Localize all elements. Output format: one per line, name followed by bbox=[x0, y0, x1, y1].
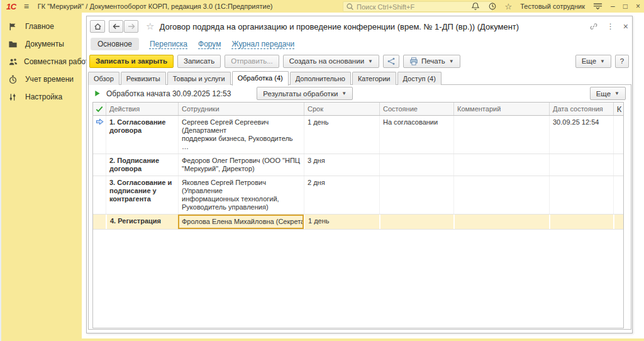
term-cell: 3 дня bbox=[304, 154, 379, 176]
tab-6[interactable]: Доступ (4) bbox=[397, 72, 441, 85]
sidebar-item-documents[interactable]: Документы bbox=[0, 35, 82, 53]
sidebar-item-label: Главное bbox=[25, 22, 54, 31]
table-row[interactable]: 2. Подписание договораФедоров Олег Петро… bbox=[93, 154, 623, 176]
column-header-0[interactable]: Действия bbox=[106, 103, 178, 115]
panel-more-button[interactable]: Еще▼ bbox=[590, 87, 626, 100]
sidebar-item-main[interactable]: Главное bbox=[0, 18, 82, 35]
topbar: 1С ≡ ГК "Меркурий" / Документооборот КОР… bbox=[0, 0, 644, 13]
column-header-3[interactable]: Состояние bbox=[379, 103, 453, 115]
tab-0[interactable]: Обзор bbox=[88, 72, 119, 85]
table-row[interactable]: 1. Согласование договораСергеев Сергей С… bbox=[93, 116, 623, 154]
printer-icon bbox=[409, 57, 418, 65]
command-bar: Записать и закрыть Записать Отправить...… bbox=[89, 54, 629, 68]
state-date-cell: 30.09.25 12:54 bbox=[549, 116, 613, 154]
nav-link-1[interactable]: Форум bbox=[198, 40, 221, 48]
state-cell: На согласовании bbox=[379, 116, 453, 154]
row-marker-cell bbox=[93, 176, 106, 214]
k-cell bbox=[613, 215, 624, 229]
column-header-4[interactable]: Комментарий bbox=[453, 103, 549, 115]
favorite-toggle-icon[interactable]: ☆ bbox=[146, 21, 154, 32]
sidebar-item-teamwork[interactable]: Совместная работа bbox=[0, 53, 82, 70]
term-cell: 2 дня bbox=[304, 176, 379, 214]
save-and-close-button[interactable]: Записать и закрыть bbox=[89, 55, 174, 68]
sidebar-item-label: Настройка bbox=[25, 92, 62, 101]
app-close-button[interactable]: × bbox=[636, 2, 640, 11]
state-date-cell bbox=[549, 215, 613, 229]
global-search-input[interactable]: Поиск Ctrl+Shift+F bbox=[343, 1, 492, 12]
search-icon bbox=[346, 3, 354, 11]
processing-panel: Обработка начата 30.09.2025 12:53 Резуль… bbox=[88, 84, 631, 330]
tab-5[interactable]: Категории bbox=[352, 72, 396, 85]
processing-status-row: Обработка начата 30.09.2025 12:53 Резуль… bbox=[89, 85, 631, 102]
minimize-button[interactable]: – bbox=[611, 2, 615, 11]
time-icon bbox=[8, 75, 19, 84]
hamburger-menu-icon[interactable]: ≡ bbox=[24, 2, 29, 11]
term-cell: 1 день bbox=[304, 116, 379, 154]
current-step-arrow-icon bbox=[93, 116, 106, 154]
document-window: ☆ Договор подряда на организацию и прове… bbox=[86, 16, 633, 333]
current-user[interactable]: Тестовый сотрудник bbox=[520, 3, 585, 10]
nav-link-2[interactable]: Журнал передачи bbox=[231, 40, 294, 48]
tab-3[interactable]: Обработка (4) bbox=[232, 71, 289, 86]
service-menu-icon[interactable] bbox=[593, 3, 602, 10]
back-button[interactable] bbox=[109, 20, 123, 33]
comment-cell bbox=[453, 154, 549, 176]
column-header-2[interactable]: Срок bbox=[304, 103, 379, 115]
create-based-on-button[interactable]: Создать на основании▼ bbox=[283, 55, 379, 68]
sidebar: ГлавноеДокументыСовместная работаУчет вр… bbox=[0, 13, 82, 341]
document-title: Договор подряда на организацию и проведе… bbox=[159, 22, 519, 31]
window-menu-kebab-icon[interactable]: ⋮ bbox=[607, 23, 614, 30]
window-close-button[interactable]: × bbox=[623, 22, 628, 31]
forward-button[interactable] bbox=[124, 20, 138, 33]
documents-icon bbox=[8, 40, 19, 49]
more-button[interactable]: Еще▼ bbox=[575, 55, 611, 68]
get-link-icon[interactable] bbox=[589, 22, 598, 31]
search-placeholder: Поиск Ctrl+Shift+F bbox=[357, 3, 414, 11]
send-button[interactable]: Отправить... bbox=[225, 55, 279, 68]
column-header-5[interactable]: Дата состояния bbox=[549, 103, 613, 115]
action-cell: 2. Подписание договора bbox=[106, 154, 178, 176]
k-cell bbox=[613, 154, 624, 176]
action-cell: 3. Согласование и подписание у контраген… bbox=[106, 176, 178, 214]
state-cell bbox=[379, 215, 453, 229]
tab-2[interactable]: Товары и услуги bbox=[167, 72, 231, 85]
sidebar-item-label: Совместная работа bbox=[24, 57, 93, 66]
state-cell bbox=[379, 154, 453, 176]
k-cell bbox=[613, 116, 624, 154]
row-marker-cell bbox=[93, 215, 106, 229]
bottom-strip bbox=[82, 338, 644, 341]
column-header-6[interactable]: К bbox=[613, 103, 624, 115]
sidebar-item-settings[interactable]: Настройка bbox=[0, 88, 82, 106]
save-button[interactable]: Записать bbox=[177, 55, 221, 68]
sidebar-item-label: Документы bbox=[25, 40, 64, 48]
tab-4[interactable]: Дополнительно bbox=[290, 72, 351, 85]
sidebar-item-time[interactable]: Учет времени bbox=[0, 70, 82, 88]
tab-1[interactable]: Реквизиты bbox=[121, 72, 166, 85]
processing-results-button[interactable]: Результаты обработки▼ bbox=[257, 87, 353, 100]
comment-cell bbox=[453, 116, 549, 154]
comment-cell bbox=[453, 176, 549, 214]
help-button[interactable]: ? bbox=[615, 55, 629, 68]
column-header-1[interactable]: Сотрудники bbox=[178, 103, 304, 115]
nav-link-0[interactable]: Переписка bbox=[150, 40, 187, 48]
processing-table: ДействияСотрудникиСрокСостояниеКомментар… bbox=[92, 102, 624, 328]
window-header: ☆ Договор подряда на организацию и прове… bbox=[90, 19, 628, 34]
table-row[interactable]: 4. РегистрацияФролова Елена Михайловна (… bbox=[93, 215, 623, 230]
form-navigation: Основное ПерепискаФорумЖурнал передачи bbox=[91, 37, 294, 50]
table-row[interactable]: 3. Согласование и подписание у контраген… bbox=[93, 176, 623, 215]
maximize-button[interactable]: □ bbox=[623, 2, 628, 11]
topbar-right: ☆ Тестовый сотрудник – □ × bbox=[471, 0, 640, 13]
history-icon[interactable] bbox=[488, 2, 497, 11]
flag-icon bbox=[8, 22, 19, 31]
home-button[interactable] bbox=[90, 20, 105, 33]
print-button[interactable]: Печать▼ bbox=[403, 55, 460, 68]
employee-cell: Яковлев Сергей Петрович (Управление инфо… bbox=[178, 176, 304, 214]
employee-cell: Федоров Олег Петрович (ООО "НПЦ "Меркури… bbox=[178, 154, 304, 176]
state-date-cell bbox=[549, 154, 613, 176]
comment-cell bbox=[453, 215, 549, 229]
notifications-bell-icon[interactable] bbox=[471, 2, 480, 11]
favorites-star-icon[interactable]: ☆ bbox=[505, 3, 513, 11]
k-cell bbox=[613, 176, 624, 214]
nav-tab-main[interactable]: Основное bbox=[91, 38, 139, 50]
share-button[interactable] bbox=[383, 55, 399, 68]
